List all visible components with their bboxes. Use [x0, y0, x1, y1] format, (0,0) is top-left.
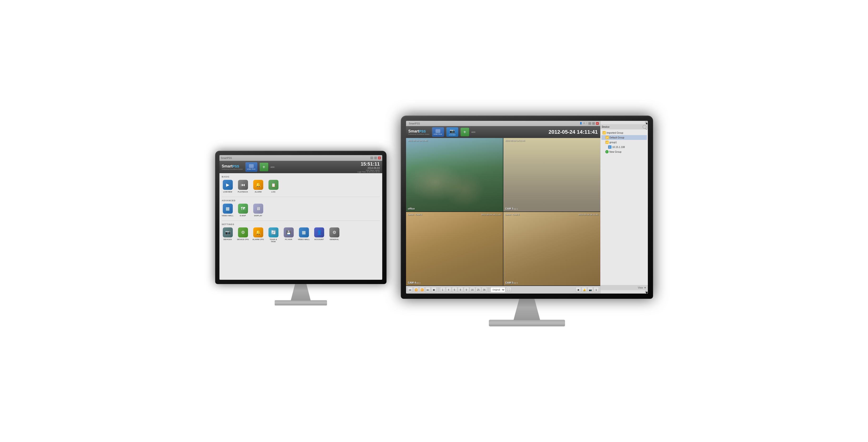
close-button[interactable]: ✕: [378, 157, 381, 159]
left-monitor-stand: [286, 284, 315, 301]
tree-item-imported[interactable]: 📁 Imported Group: [601, 130, 647, 135]
panel-empty-space: [600, 208, 648, 285]
tree-item-device1[interactable]: D 10.15.1.108: [601, 145, 647, 149]
right-minimize-button[interactable]: —: [588, 122, 591, 125]
tree-item-group1[interactable]: 📁 group1: [601, 140, 647, 145]
cam-kitchen[interactable]: Demo - CAM 5 2012-05-24 14:11:41 CAM 5 D…: [503, 212, 600, 285]
display-item[interactable]: 🖥 DISPLAY: [252, 203, 264, 217]
toolbar-btn-next-end[interactable]: ⏭: [425, 287, 431, 292]
toolbar-btn-info[interactable]: ℹ: [594, 287, 599, 292]
device-panel-footer: View ▼: [600, 285, 648, 290]
tree-item-default[interactable]: 📁 Default Group: [601, 135, 647, 140]
bottom-toolbar: ⏮ ⏪ ⏩ ⏭ ⏹ 1 4 6 8 9 16 25 36: [406, 286, 600, 293]
videowall-item[interactable]: ▦ VIDEO WALL: [222, 203, 234, 217]
pcnvr-item[interactable]: 💾 PC-NVR: [283, 227, 294, 243]
minimize-button[interactable]: —: [370, 157, 373, 159]
right-add-button[interactable]: +: [461, 128, 469, 136]
cam-kitchen-overlay: [503, 212, 600, 285]
homepage-icon: [249, 164, 254, 168]
toolbar-btn-8[interactable]: 8: [458, 287, 463, 292]
settings-icon-grid: 📷 DEVICES ⚙ DEVICE CFG: [222, 227, 380, 243]
right-maximize-button[interactable]: □: [592, 122, 595, 125]
cam-office[interactable]: 2012-05-24 14:11:41 office: [406, 138, 503, 212]
right-logo-pss: PSS: [419, 130, 426, 133]
toolbar-btn-4[interactable]: 4: [446, 287, 451, 292]
cam3-timestamp: 2012-05-24 14:11:41: [505, 139, 525, 142]
videowall2-item[interactable]: ▦ VIDEO WALL: [298, 227, 310, 243]
toolbar-btn-capture[interactable]: 📷: [588, 287, 593, 292]
liveview-label: LIVEVIEW: [223, 191, 232, 193]
toolbar-btn-36[interactable]: 36: [482, 287, 487, 292]
right-camera-btn[interactable]: 📷 LIVEVIEW: [446, 127, 458, 137]
logo-pss-text: PSS: [232, 165, 239, 168]
general-item[interactable]: ⚙ GENERAL: [329, 227, 340, 243]
toolbar-btn-prev-start[interactable]: ⏮: [407, 287, 413, 292]
cam5-timestamp: 2012-05-24 14:11:41: [578, 213, 598, 216]
log-item[interactable]: 📋 LOG: [268, 180, 279, 193]
right-homepage-icon: [436, 129, 440, 133]
right-homepage-button[interactable]: HOME PAGE: [432, 127, 444, 137]
toolbar-btn-16[interactable]: 16: [470, 287, 475, 292]
right-monitor-bezel: SmartPSS 👤 ⚙ ? — □ ✕: [401, 116, 653, 299]
device-panel-scroll[interactable]: 📁 Imported Group 📁 Default Group 📁 group…: [600, 129, 648, 208]
general-icon: ⚙: [330, 227, 339, 238]
app-content: BASIC ▶ LIVEVIEW ⏮: [219, 173, 382, 280]
general-label: GENERAL: [330, 239, 339, 241]
emap-item[interactable]: 🗺 E-MAP: [237, 203, 249, 217]
device1-icon: D: [608, 145, 612, 149]
chevron-down-icon[interactable]: ▼: [644, 286, 646, 289]
add-label: ADD: [271, 166, 275, 168]
toolbar-btn-alarm[interactable]: 🔔: [582, 287, 587, 292]
cam-living-overlay: [406, 212, 503, 285]
newgroup-icon: +: [605, 150, 609, 153]
current-date: 2014-06-03: [358, 167, 380, 169]
playback-item[interactable]: ⏮ PLAYBACK: [237, 180, 249, 193]
app-header: Smart PSS Professional Surveillance Syst…: [219, 161, 382, 173]
right-monitor: SmartPSS 👤 ⚙ ? — □ ✕: [401, 116, 653, 326]
panel-scrollbar-bottom[interactable]: ▼: [600, 290, 648, 293]
toolbar-btn-9[interactable]: 9: [464, 287, 469, 292]
liveview-item[interactable]: ▶ LIVEVIEW: [222, 180, 234, 193]
account-icon: 👤: [314, 227, 324, 238]
right-add-label: ADD: [471, 131, 475, 133]
devicecfg-item[interactable]: ⚙ DEVICE CFG: [237, 227, 249, 243]
alarmcfg-item[interactable]: 🔔 ALARM CFG: [252, 227, 264, 243]
tourtask-icon: 🔄: [269, 227, 278, 238]
toolbar-btn-prev[interactable]: ⏪: [413, 287, 418, 292]
tourtask-item[interactable]: 🔄 TOUR & TASK: [268, 227, 279, 243]
device-panel-footer-label: View: [638, 286, 643, 289]
toolbar-divider-2: [489, 287, 489, 292]
toolbar-btn-25[interactable]: 25: [476, 287, 481, 292]
current-time: 15:51:11: [358, 161, 380, 167]
add-button[interactable]: +: [260, 163, 268, 171]
homepage-button[interactable]: HOME PAGE: [245, 162, 257, 172]
toolbar-btn-6[interactable]: 6: [452, 287, 457, 292]
devices-label: DEVICES: [223, 239, 232, 241]
panel-search-icon[interactable]: [643, 125, 646, 129]
toolbar-btn-fullscreen[interactable]: ⛶: [506, 287, 511, 292]
login-time: Login Time: 15:49 2014-06-03: [358, 171, 380, 173]
toolbar-btn-stop[interactable]: ⏹: [431, 287, 436, 292]
account-item[interactable]: 👤 ACCOUNT: [313, 227, 325, 243]
question-icon: ?: [586, 122, 587, 125]
cam-supermarket[interactable]: 2012-05-24 14:11:41 CAM 3 Demo - CAM 3: [503, 138, 600, 212]
left-monitor-screen: SmartPSS — □ ✕ Smart PSS: [219, 155, 382, 280]
tree-item-newgroup[interactable]: + New Group: [601, 149, 647, 154]
cam-office-timestamp: 2012-05-24 14:11:41: [408, 139, 428, 142]
alarm-item[interactable]: 🔔 ALARM: [252, 180, 264, 193]
right-close-button[interactable]: ✕: [596, 122, 599, 125]
devices-item[interactable]: 📷 DEVICES: [222, 227, 234, 243]
panel-scroll-down[interactable]: ▼: [645, 291, 647, 293]
aspect-ratio-select[interactable]: Original Stretch: [491, 287, 505, 292]
panel-scrollbar-top[interactable]: ▲: [600, 121, 648, 124]
toolbar-btn-record[interactable]: ⏺: [576, 287, 581, 292]
camera-icon: 📷: [450, 128, 455, 134]
toolbar-btn-next[interactable]: ⏩: [420, 287, 425, 292]
alarm-label: ALARM: [255, 191, 261, 193]
toolbar-btn-1[interactable]: 1: [440, 287, 445, 292]
section-advanced: ADVANCED: [222, 199, 380, 202]
alarm-icon: 🔔: [253, 180, 263, 190]
cam-living[interactable]: Demo - CAM 1 2012 05-24 14:11:41 CAM 4 D…: [406, 212, 503, 285]
maximize-button[interactable]: □: [374, 157, 377, 159]
panel-scroll-up[interactable]: ▲: [645, 121, 647, 124]
